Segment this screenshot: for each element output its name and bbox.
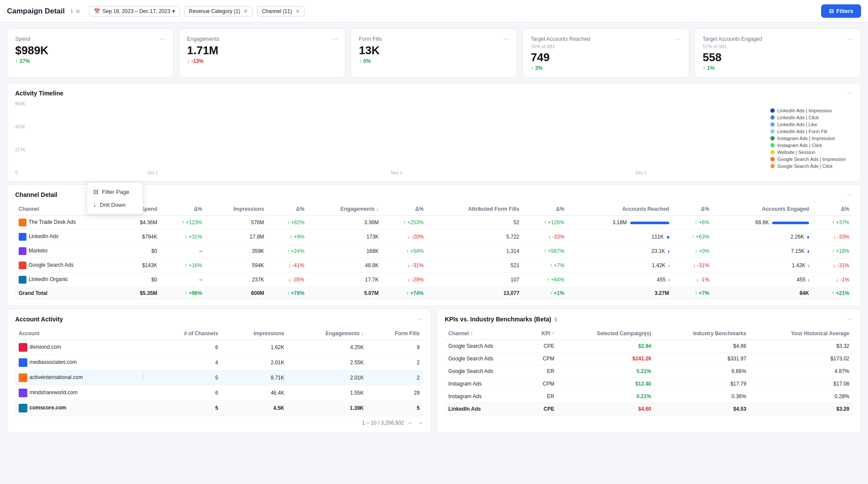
spend-menu[interactable]: ···: [160, 35, 165, 43]
revenue-category-chip[interactable]: Revenue Category (1) ✕: [184, 6, 253, 16]
col-engagements[interactable]: Engagements ↓: [308, 203, 382, 216]
bench-industry-cell: $4.86: [655, 340, 750, 353]
settings-icon[interactable]: ⊕: [76, 8, 80, 14]
info-icon[interactable]: ℹ: [71, 8, 73, 14]
timeline-header: Activity Timeline ···: [15, 89, 853, 97]
bench-row: Google Search Ads CPE $2.94 $4.86 $3.32: [445, 340, 853, 353]
bench-historical-cell: $17.08: [750, 378, 853, 390]
spend-label: Spend: [15, 36, 30, 42]
engagements-cell: 2.55K: [288, 355, 367, 370]
account-icon: [19, 373, 27, 382]
ae-menu[interactable]: ···: [847, 35, 853, 43]
ae-delta-cell: ↑ +37%: [812, 216, 853, 230]
bench-industry-cell: $17.79: [655, 378, 750, 390]
chart-legend: LinkedIn Ads | ImpressionLinkedIn Ads | …: [770, 101, 853, 175]
timeline-menu[interactable]: ···: [847, 89, 853, 97]
channel-chip-label: Channel (11): [262, 8, 292, 14]
legend-label: Website | Session: [777, 150, 815, 155]
bench-historical-cell: $173.02: [750, 353, 853, 365]
benchmarks-info-icon[interactable]: ℹ: [555, 317, 557, 323]
bench-row: LinkedIn Ads CPE $4.60 $4.53 $3.29: [445, 403, 853, 415]
bench-col-kpi[interactable]: KPI ↑: [527, 327, 558, 340]
total-ar-delta: ↑ +7%: [673, 287, 713, 300]
kpi-row: Spend ··· $989K ↑ 27% Engagements ··· 1.…: [0, 23, 868, 80]
drill-down-item[interactable]: ↓ Drill Down: [87, 198, 143, 211]
acct-col-account[interactable]: Account: [15, 327, 149, 340]
bench-col-industry[interactable]: Industry Benchmarks: [655, 327, 750, 340]
formfills-menu[interactable]: ···: [503, 35, 509, 43]
account-name-cell: activeinternational.com ⋮: [15, 370, 149, 386]
filter-page-item[interactable]: ⊟ Filter Page: [87, 185, 143, 198]
kpi-card-accounts-engaged: Target Accounts Engaged ··· 57% of 981 5…: [694, 29, 861, 78]
acct-col-channels[interactable]: # of Channels: [149, 327, 222, 340]
legend-item: Google Search Ads | Impression: [770, 157, 853, 162]
revenue-chip-close[interactable]: ✕: [243, 8, 248, 14]
acct-col-impressions[interactable]: Impressions: [222, 327, 288, 340]
ae-label: Target Accounts Engaged: [703, 36, 762, 42]
bench-col-historical[interactable]: Your Historical Average: [750, 327, 853, 340]
channel-icon: [19, 276, 26, 284]
benchmarks-menu[interactable]: ···: [847, 315, 853, 323]
bench-col-selected[interactable]: Selected Campaign(s): [558, 327, 654, 340]
chart-main: 650K 433K 217K 0 Oct 1 Nov 1 Dec 1: [15, 101, 763, 175]
formfills-value: 13K: [359, 44, 509, 57]
account-activity-menu[interactable]: ···: [418, 315, 423, 323]
bench-kpi-cell: CPE: [527, 340, 558, 353]
account-activity-header: Account Activity ···: [15, 315, 423, 323]
channel-name: The Trade Desk Ads: [15, 216, 121, 230]
channel-icon: [19, 247, 26, 255]
channel-chip-close[interactable]: ✕: [296, 8, 300, 14]
form-fills-cell: 9: [367, 340, 423, 355]
bench-industry-cell: 0.36%: [655, 390, 750, 403]
channel-icon: [19, 262, 26, 269]
col-imp-delta: Δ%: [268, 203, 308, 216]
acct-col-fills[interactable]: Form Fills: [367, 327, 423, 340]
legend-dot: [770, 164, 775, 168]
spend-cell: $4.36M: [121, 216, 161, 230]
bench-selected-cell: $2.94: [558, 340, 654, 353]
account-name-cell: divisiond.com: [15, 340, 149, 355]
ar-delta: ↑ 3%: [531, 65, 681, 71]
channel-chip[interactable]: Channel (11) ✕: [257, 6, 304, 16]
accounts-engaged-cell: 2.26K: [713, 230, 812, 244]
col-accounts-engaged[interactable]: Accounts Engaged: [713, 203, 812, 216]
ar-menu[interactable]: ···: [675, 35, 681, 43]
col-accounts-reached[interactable]: Accounts Reached: [568, 203, 672, 216]
channel-detail-menu[interactable]: ···: [847, 191, 853, 199]
ae-delta-cell: ↓ -1%: [812, 273, 853, 287]
impressions-cell: 594K: [206, 258, 268, 273]
ae-bar: [808, 250, 809, 253]
bench-row: Instagram Ads CPM $12.40 $17.79 $17.08: [445, 378, 853, 390]
legend-item: LinkedIn Ads | Like: [770, 122, 853, 127]
date-filter-chip[interactable]: 📅 Sep 18, 2023 – Dec 17, 2023 ▾: [89, 6, 180, 16]
spend-delta-cell: ↑ +31%: [161, 230, 206, 244]
engagements-cell: 173K: [308, 230, 382, 244]
legend-dot: [770, 157, 775, 161]
channel-table-wrap: Channel Spend Δ% Impressions Δ% Engageme…: [15, 203, 853, 300]
engagements-cell: 1.39K: [288, 401, 367, 416]
formfills-delta: ↑ 0%: [359, 58, 509, 64]
timeline-title: Activity Timeline: [15, 90, 63, 97]
engagements-menu[interactable]: ···: [332, 35, 337, 43]
ar-sub: 76% of 981: [531, 44, 681, 49]
legend-label: LinkedIn Ads | Like: [777, 122, 817, 127]
channel-table: Channel Spend Δ% Impressions Δ% Engageme…: [15, 203, 853, 300]
eng-delta-cell: ↑ +253%: [382, 216, 427, 230]
legend-dot: [770, 150, 775, 154]
next-page-button[interactable]: →: [417, 419, 423, 426]
engagements-cell: 3.36M: [308, 216, 382, 230]
legend-label: Google Search Ads | Click: [777, 164, 833, 169]
col-ae-delta: Δ%: [812, 203, 853, 216]
filters-button[interactable]: ⊟ Filters: [821, 4, 861, 18]
ar-delta-cell: ↑ +63%: [673, 230, 713, 244]
col-form-fills[interactable]: Attributed Form Fills: [427, 203, 523, 216]
prev-page-button[interactable]: ←: [408, 419, 414, 426]
acct-col-engagements[interactable]: Engagements ↓: [288, 327, 367, 340]
col-impressions[interactable]: Impressions: [206, 203, 268, 216]
legend-label: Instagram Ads | Click: [777, 143, 822, 148]
channels-cell: 6: [149, 386, 222, 401]
row-menu[interactable]: ⋮: [141, 373, 146, 379]
bench-industry-cell: $331.97: [655, 353, 750, 365]
bench-col-channel[interactable]: Channel ↑: [445, 327, 527, 340]
bench-historical-cell: $3.32: [750, 340, 853, 353]
